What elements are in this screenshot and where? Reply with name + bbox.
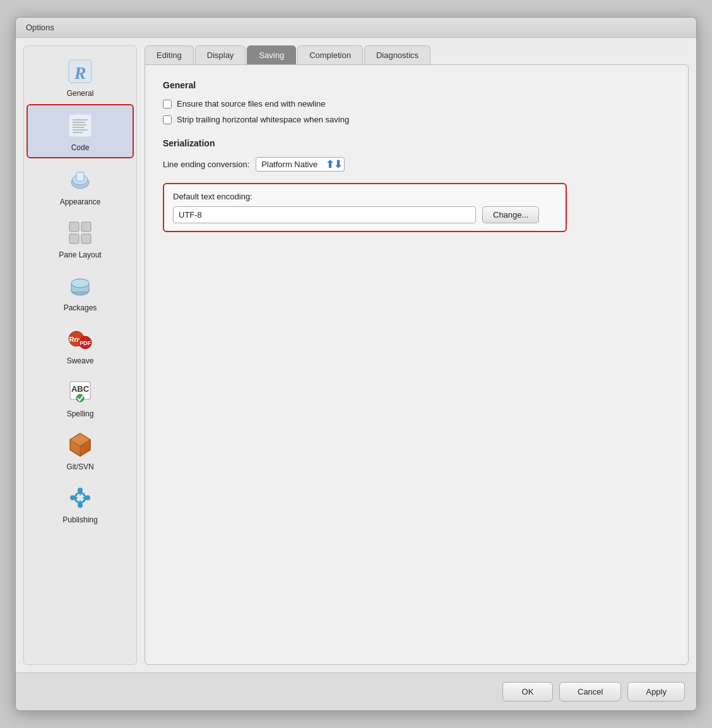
ensure-newline-checkbox[interactable] — [163, 100, 172, 109]
sidebar-item-publishing[interactable]: Publishing — [27, 478, 134, 529]
spelling-icon: ABC — [65, 377, 95, 407]
window-title: Options — [26, 23, 54, 32]
sidebar-item-pane-layout[interactable]: Pane Layout — [27, 213, 134, 264]
apply-button[interactable]: Apply — [627, 682, 685, 702]
line-ending-select[interactable]: Platform Native Windows (CR/LF) POSIX (L… — [256, 157, 345, 172]
tab-display[interactable]: Display — [195, 45, 246, 64]
tab-saving[interactable]: Saving — [247, 45, 296, 64]
titlebar: Options — [16, 18, 696, 38]
change-button[interactable]: Change... — [482, 206, 539, 223]
sidebar-item-code-label: Code — [71, 143, 90, 152]
sidebar-item-publishing-label: Publishing — [62, 515, 97, 524]
code-icon — [65, 110, 95, 141]
appearance-icon — [65, 165, 95, 195]
sidebar-item-spelling-label: Spelling — [67, 409, 94, 418]
svg-point-33 — [85, 495, 90, 500]
sidebar-item-git-svn[interactable]: Git/SVN — [27, 425, 134, 476]
sidebar-item-packages[interactable]: Packages — [27, 266, 134, 317]
svg-point-32 — [70, 495, 75, 500]
publishing-icon — [65, 483, 95, 513]
strip-whitespace-checkbox[interactable] — [163, 115, 172, 124]
cancel-button[interactable]: Cancel — [559, 682, 621, 702]
svg-point-18 — [71, 279, 89, 288]
sidebar-item-spelling[interactable]: ABC Spelling — [27, 372, 134, 423]
tab-editing[interactable]: Editing — [145, 45, 194, 64]
ok-button[interactable]: OK — [502, 682, 553, 702]
tab-bar: Editing Display Saving Completion Diagno… — [145, 45, 689, 64]
encoding-box: Default text encoding: Change... — [163, 183, 567, 232]
panel-content: General Ensure that source files end wit… — [145, 64, 689, 665]
svg-rect-15 — [81, 234, 91, 244]
line-ending-label: Line ending conversion: — [163, 160, 249, 169]
checkbox-newline-row: Ensure that source files end with newlin… — [163, 99, 670, 109]
sidebar-item-pane-label: Pane Layout — [59, 250, 101, 259]
svg-text:R: R — [74, 63, 86, 83]
sidebar: R General C — [23, 45, 137, 665]
sidebar-item-appearance-label: Appearance — [60, 197, 101, 206]
svg-rect-2 — [69, 114, 92, 137]
line-ending-select-wrapper: Platform Native Windows (CR/LF) POSIX (L… — [256, 157, 345, 172]
sidebar-item-sweave[interactable]: Rnw PDF Sweave — [27, 319, 134, 370]
svg-rect-14 — [69, 234, 79, 244]
git-icon — [65, 430, 95, 460]
encoding-row: Change... — [173, 206, 557, 223]
sidebar-item-sweave-label: Sweave — [67, 356, 94, 365]
line-ending-row: Line ending conversion: Platform Native … — [163, 157, 670, 172]
sidebar-item-appearance[interactable]: Appearance — [27, 160, 134, 211]
sidebar-item-general[interactable]: R General — [27, 51, 134, 103]
ensure-newline-label: Ensure that source files end with newlin… — [177, 99, 326, 109]
pane-icon — [65, 218, 95, 248]
bottom-bar: OK Cancel Apply — [16, 672, 696, 710]
sidebar-item-git-label: Git/SVN — [66, 462, 93, 471]
tab-completion[interactable]: Completion — [297, 45, 363, 64]
general-section-title: General — [163, 80, 670, 90]
r-icon: R — [65, 56, 95, 86]
options-window: Options R General — [15, 17, 697, 711]
sweave-icon: Rnw PDF — [65, 324, 95, 354]
sidebar-item-code[interactable]: Code — [27, 104, 134, 158]
svg-rect-12 — [69, 222, 79, 232]
checkbox-whitespace-row: Strip trailing horizontal whitespace whe… — [163, 115, 670, 124]
svg-rect-11 — [76, 172, 84, 181]
svg-point-30 — [78, 488, 83, 493]
encoding-label: Default text encoding: — [173, 192, 557, 201]
svg-text:ABC: ABC — [71, 384, 90, 394]
tab-diagnostics[interactable]: Diagnostics — [364, 45, 430, 64]
main-panel: Editing Display Saving Completion Diagno… — [145, 45, 689, 665]
svg-rect-13 — [81, 222, 91, 232]
serialization-section-title: Serialization — [163, 138, 670, 148]
encoding-input[interactable] — [173, 206, 476, 223]
packages-icon — [65, 271, 95, 301]
sidebar-item-packages-label: Packages — [64, 303, 97, 312]
svg-text:PDF: PDF — [80, 340, 92, 346]
strip-whitespace-label: Strip trailing horizontal whitespace whe… — [177, 115, 349, 124]
svg-point-31 — [78, 503, 83, 508]
sidebar-item-general-label: General — [67, 89, 94, 98]
